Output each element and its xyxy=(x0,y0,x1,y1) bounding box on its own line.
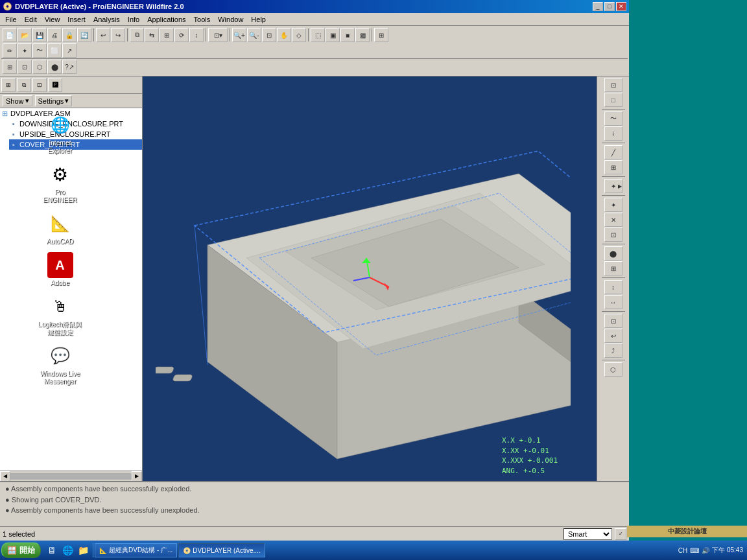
menu-help[interactable]: Help xyxy=(247,14,270,25)
minimize-button[interactable]: _ xyxy=(593,2,603,11)
msg-text-2: Showing part COVER_DVD. xyxy=(12,496,102,504)
filter-select[interactable]: Smart Feature Geometry xyxy=(563,528,612,540)
menu-applications[interactable]: Applications xyxy=(143,14,189,25)
rt-btn-6[interactable]: ⊞ xyxy=(604,160,622,174)
rt-btn-1[interactable]: ⊡ xyxy=(604,78,622,92)
filter-confirm-button[interactable]: ✓ xyxy=(615,528,626,540)
rt-btn-4[interactable]: ⁞ xyxy=(604,126,622,141)
save-button[interactable]: 💾 xyxy=(32,28,47,42)
print-button[interactable]: 🖨 xyxy=(47,28,62,42)
folder-quick-button[interactable]: 📁 xyxy=(76,543,90,557)
tilt-button[interactable]: ↕ xyxy=(189,28,204,42)
detail-btn[interactable]: ⊡ xyxy=(32,78,47,92)
model-tree-btn[interactable]: ⊞ xyxy=(1,78,16,92)
rt-btn-18[interactable]: ⬡ xyxy=(604,362,622,377)
help-cursor-button[interactable]: ?↗ xyxy=(62,60,77,74)
redo-button[interactable]: ↪ xyxy=(111,28,125,42)
grid-button[interactable]: ⊞ xyxy=(3,60,17,74)
ie-quick-button[interactable]: 🌐 xyxy=(60,543,75,557)
rt-btn-3[interactable]: 〜 xyxy=(604,111,622,126)
menu-file[interactable]: File xyxy=(1,14,21,25)
rt-btn-11[interactable]: ⬤ xyxy=(604,246,622,261)
taskbar-speaker-icon: 🔊 xyxy=(702,547,709,554)
scroll-left-button[interactable]: ◀ xyxy=(0,471,10,482)
menu-view[interactable]: View xyxy=(41,14,64,25)
new-button[interactable]: 📄 xyxy=(3,28,17,42)
curve-button[interactable]: 〜 xyxy=(32,43,47,58)
rt-btn-12[interactable]: ⊞ xyxy=(604,261,622,275)
close-button[interactable]: ✕ xyxy=(616,2,626,11)
proengineer-label: Pro ENGINEER xyxy=(38,189,83,204)
show-dropdown[interactable]: Show ▾ xyxy=(3,95,32,106)
viewport[interactable]: X.X +-0.1 X.XX +-0.01 X.XXX +-0.001 ANG.… xyxy=(143,76,597,481)
taskbar-item-dvdplayer[interactable]: 📀 DVDPLAYER (Active.... xyxy=(178,543,265,557)
maximize-button[interactable]: □ xyxy=(604,2,615,11)
desktop-icon-messenger[interactable]: 💬 Windows Live Messenger xyxy=(38,343,83,386)
separator3 xyxy=(206,29,206,41)
rt-btn-16[interactable]: ↩ xyxy=(604,329,622,343)
spin-button[interactable]: ⟳ xyxy=(174,28,189,42)
undo-button[interactable]: ↩ xyxy=(96,28,110,42)
copy-button[interactable]: ⧉ xyxy=(130,28,144,42)
scroll-right-button[interactable]: ▶ xyxy=(132,471,142,482)
arrow-button[interactable]: ↗ xyxy=(62,43,77,58)
layer-btn[interactable]: ⧉ xyxy=(17,78,31,92)
hidden-button[interactable]: ▣ xyxy=(326,28,340,42)
rt-sep-3 xyxy=(602,176,625,177)
rt-btn-9[interactable]: ✕ xyxy=(604,213,622,227)
rt-btn-17[interactable]: ⤴ xyxy=(604,344,622,358)
menu-tools[interactable]: Tools xyxy=(190,14,215,25)
repaint-button[interactable]: 🔄 xyxy=(77,28,91,42)
message-1: ● Assembly components have been successf… xyxy=(5,484,624,495)
datum-button[interactable]: ⊞ xyxy=(374,28,388,42)
taskbar-item-dvdplayer-label: DVDPLAYER (Active.... xyxy=(193,547,260,554)
rt-sep-6 xyxy=(602,277,625,278)
scroll-track[interactable] xyxy=(10,473,132,480)
open-button[interactable]: 📂 xyxy=(18,28,32,42)
surface-button[interactable]: ⬜ xyxy=(47,43,62,58)
zoom-in-button[interactable]: 🔍+ xyxy=(232,28,246,42)
rt-btn-14[interactable]: ↔ xyxy=(604,295,622,309)
separator1 xyxy=(93,29,94,41)
desktop-icon-proengineer[interactable]: ⚙ Pro ENGINEER xyxy=(38,161,83,204)
settings-dropdown[interactable]: Settings ▾ xyxy=(35,95,73,106)
rt-btn-2[interactable]: □ xyxy=(604,93,622,107)
taskbar-item-dvd-structure[interactable]: 📐 超經典DVD結構 - 广... xyxy=(95,543,177,557)
rt-btn-7[interactable]: ✦ ▶ xyxy=(604,179,622,193)
menu-analysis[interactable]: Analysis xyxy=(89,14,124,25)
shaded-button[interactable]: ■ xyxy=(340,28,355,42)
zoom-area-button[interactable]: ⊡ xyxy=(262,28,276,42)
rt-btn-5[interactable]: ╱ xyxy=(604,145,622,159)
wireframe-button[interactable]: ⬚ xyxy=(311,28,325,42)
tb3-btn2[interactable]: ⊡ xyxy=(18,60,32,74)
pan-button[interactable]: ✋ xyxy=(277,28,291,42)
perspective-button[interactable]: ◇ xyxy=(292,28,306,42)
show-desktop-button[interactable]: 🖥 xyxy=(45,543,59,557)
desktop-icon-logitech[interactable]: 🖱 Logitech滑鼠與鍵盤設定 xyxy=(38,294,83,336)
desktop-icon-adobe[interactable]: A Adobe xyxy=(38,252,83,287)
param-btn[interactable]: 🅿 xyxy=(48,78,62,92)
tb3-btn4[interactable]: ⬤ xyxy=(47,60,62,74)
rt-sep-4 xyxy=(602,195,625,196)
menu-insert[interactable]: Insert xyxy=(64,14,89,25)
start-button[interactable]: 🪟 開始 xyxy=(1,542,41,558)
point-button[interactable]: ✦ xyxy=(18,43,32,58)
feature-ops-button[interactable]: ⊞ xyxy=(160,28,174,42)
menu-edit[interactable]: Edit xyxy=(21,14,41,25)
rt-btn-10[interactable]: ⊡ xyxy=(604,228,622,242)
menu-info[interactable]: Info xyxy=(124,14,143,25)
tb3-btn3[interactable]: ⬡ xyxy=(32,60,47,74)
desktop-icon-ie[interactable]: 🌐 Internet Explorer xyxy=(38,112,83,155)
sketch-button[interactable]: ✏ xyxy=(3,43,17,58)
menu-window[interactable]: Window xyxy=(214,14,247,25)
lock-button[interactable]: 🔒 xyxy=(62,28,77,42)
rt-btn-15[interactable]: ⊡ xyxy=(604,314,622,328)
desktop-icon-autocad[interactable]: 📐 AutoCAD xyxy=(38,211,83,246)
toolbar-row2: ✏ ✦ 〜 ⬜ ↗ xyxy=(1,43,628,59)
display-button[interactable]: ▩ xyxy=(355,28,370,42)
mirror-button[interactable]: ⇆ xyxy=(145,28,159,42)
zoom-out-button[interactable]: 🔍- xyxy=(247,28,261,42)
rt-btn-8[interactable]: ✦ xyxy=(604,198,622,212)
rt-btn-13[interactable]: ↕ xyxy=(604,280,622,294)
orient-button[interactable]: ⊡▾ xyxy=(208,28,228,42)
